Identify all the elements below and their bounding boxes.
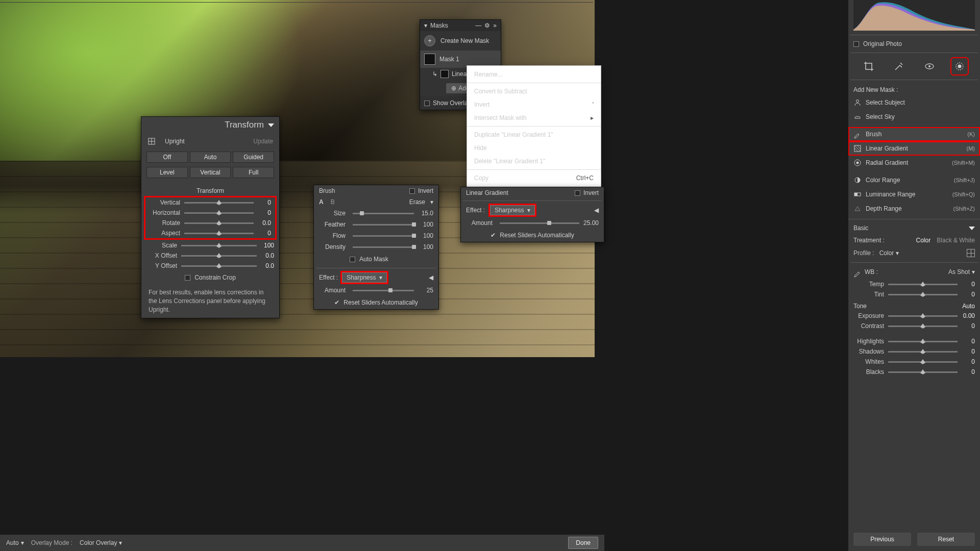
treatment-color[interactable]: Color xyxy=(916,237,931,244)
seg-off[interactable]: Off xyxy=(146,152,188,163)
expand-icon[interactable]: » xyxy=(493,22,497,29)
seg-guided[interactable]: Guided xyxy=(233,152,274,163)
slider-track[interactable] xyxy=(353,235,414,237)
crop-tool-icon[interactable] xyxy=(862,59,876,73)
mask-option-color-range[interactable]: Color Range (Shift+J) xyxy=(848,173,980,187)
slider-track[interactable] xyxy=(500,222,579,224)
brush-b[interactable]: B xyxy=(331,198,335,206)
feather-slider[interactable]: Feather100 xyxy=(314,219,438,230)
slider-knob[interactable] xyxy=(412,234,416,238)
slider-track[interactable] xyxy=(181,265,257,267)
auto-mask-toggle[interactable]: Auto Mask xyxy=(314,253,438,266)
ctx-intersect[interactable]: Intersect Mask with▸ xyxy=(467,111,601,124)
slider-track[interactable] xyxy=(888,371,958,373)
scale-slider[interactable]: Scale100 xyxy=(141,240,279,251)
checkbox-icon[interactable] xyxy=(575,190,580,196)
aspect-slider[interactable]: Aspect0 xyxy=(144,228,276,238)
basic-section-header[interactable]: Basic xyxy=(848,219,980,235)
contrast-slider[interactable]: Contrast0 xyxy=(848,321,980,331)
mask-option-depth-range[interactable]: Depth Range (Shift+Z) xyxy=(848,202,980,216)
mask-option-luminance-range[interactable]: Luminance Range (Shift+Q) xyxy=(848,187,980,202)
horizontal-slider[interactable]: Horizontal0 xyxy=(144,208,276,218)
blacks-slider[interactable]: Blacks0 xyxy=(848,367,980,377)
effect-select[interactable]: Sharpness▾ xyxy=(342,272,386,283)
transform-header[interactable]: Transform xyxy=(141,117,279,133)
seg-auto[interactable]: Auto xyxy=(190,152,231,163)
slider-knob[interactable] xyxy=(920,282,925,287)
slider-track[interactable] xyxy=(353,246,414,248)
upright-icon[interactable] xyxy=(148,137,156,145)
profile-browser-icon[interactable] xyxy=(967,249,975,257)
slider-knob[interactable] xyxy=(216,253,222,258)
vertical-slider[interactable]: Vertical0 xyxy=(144,197,276,208)
heal-tool-icon[interactable] xyxy=(892,59,906,73)
slider-track[interactable] xyxy=(888,315,958,317)
mask-option-linear-gradient[interactable]: Linear Gradient (M) xyxy=(848,141,980,156)
collapse-icon[interactable]: ◀ xyxy=(429,274,433,281)
slider-knob[interactable] xyxy=(216,210,222,215)
create-new-mask-button[interactable]: + Create New Mask xyxy=(420,31,501,51)
chevron-down-icon[interactable]: ▾ xyxy=(430,198,433,206)
slider-track[interactable] xyxy=(353,213,414,214)
constrain-crop-toggle[interactable]: Constrain Crop xyxy=(141,271,279,284)
ctx-copy[interactable]: CopyCtrl+C xyxy=(467,171,601,185)
slider-knob[interactable] xyxy=(920,359,925,364)
ctx-delete[interactable]: Delete "Linear Gradient 1" xyxy=(467,155,601,168)
slider-track[interactable] xyxy=(353,290,414,291)
eyedropper-icon[interactable] xyxy=(853,268,862,276)
settings-icon[interactable]: ⚙ xyxy=(484,22,490,29)
slider-track[interactable] xyxy=(184,222,254,224)
xoffset-slider[interactable]: X Offset0.0 xyxy=(141,251,279,261)
slider-knob[interactable] xyxy=(216,263,222,268)
density-slider[interactable]: Density100 xyxy=(314,241,438,253)
overlay-mode-select[interactable]: Color Overlay▾ xyxy=(80,539,122,546)
histogram[interactable] xyxy=(853,0,975,31)
slider-knob[interactable] xyxy=(920,369,925,374)
slider-knob[interactable] xyxy=(547,221,551,225)
ctx-hide[interactable]: Hide xyxy=(467,141,601,155)
slider-track[interactable] xyxy=(353,224,414,226)
minimize-icon[interactable]: — xyxy=(475,22,481,29)
slider-track[interactable] xyxy=(888,284,958,285)
brush-erase[interactable]: Erase xyxy=(409,198,425,206)
slider-knob[interactable] xyxy=(216,231,222,236)
treatment-bw[interactable]: Black & White xyxy=(937,237,975,244)
slider-track[interactable] xyxy=(888,325,958,327)
brush-a[interactable]: A xyxy=(319,198,324,206)
shadows-slider[interactable]: Shadows0 xyxy=(848,346,980,357)
ctx-invert[interactable]: Invert' xyxy=(467,98,601,111)
reset-button[interactable]: Reset xyxy=(917,533,975,546)
lg-reset-toggle[interactable]: ✔Reset Sliders Automatically xyxy=(461,229,604,242)
temp-slider[interactable]: Temp0 xyxy=(848,279,980,289)
original-photo-toggle[interactable]: Original Photo xyxy=(848,37,980,51)
collapse-icon[interactable]: ◀ xyxy=(594,207,599,214)
slider-track[interactable] xyxy=(888,351,958,353)
slider-knob[interactable] xyxy=(920,349,925,354)
seg-full[interactable]: Full xyxy=(233,167,274,178)
profile-select[interactable]: Color▾ xyxy=(879,249,899,257)
rotate-slider[interactable]: Rotate0.0 xyxy=(144,218,276,228)
slider-knob[interactable] xyxy=(216,200,222,205)
flow-slider[interactable]: Flow100 xyxy=(314,230,438,241)
previous-button[interactable]: Previous xyxy=(853,533,911,546)
slider-track[interactable] xyxy=(181,245,257,246)
mask-option-brush[interactable]: Brush (K) xyxy=(848,127,980,141)
slider-track[interactable] xyxy=(888,294,958,295)
slider-track[interactable] xyxy=(888,361,958,363)
effect-select[interactable]: Sharpness▾ xyxy=(490,205,534,215)
slider-knob[interactable] xyxy=(920,292,925,297)
wb-select[interactable]: As Shot▾ xyxy=(948,268,975,276)
slider-knob[interactable] xyxy=(412,222,416,227)
update-button[interactable]: Update xyxy=(253,138,273,145)
done-button[interactable]: Done xyxy=(568,537,598,549)
yoffset-slider[interactable]: Y Offset0.0 xyxy=(141,261,279,271)
lg-amount-slider[interactable]: Amount25.00 xyxy=(461,217,604,229)
slider-knob[interactable] xyxy=(920,339,925,344)
brush-reset-toggle[interactable]: ✔Reset Sliders Automatically xyxy=(314,296,438,309)
slider-knob[interactable] xyxy=(360,211,364,215)
seg-vertical[interactable]: Vertical xyxy=(190,167,231,178)
slider-knob[interactable] xyxy=(920,313,925,318)
ctx-duplicate[interactable]: Duplicate "Linear Gradient 1" xyxy=(467,128,601,141)
mask-option-radial-gradient[interactable]: Radial Gradient (Shift+M) xyxy=(848,156,980,170)
slider-track[interactable] xyxy=(184,212,254,214)
